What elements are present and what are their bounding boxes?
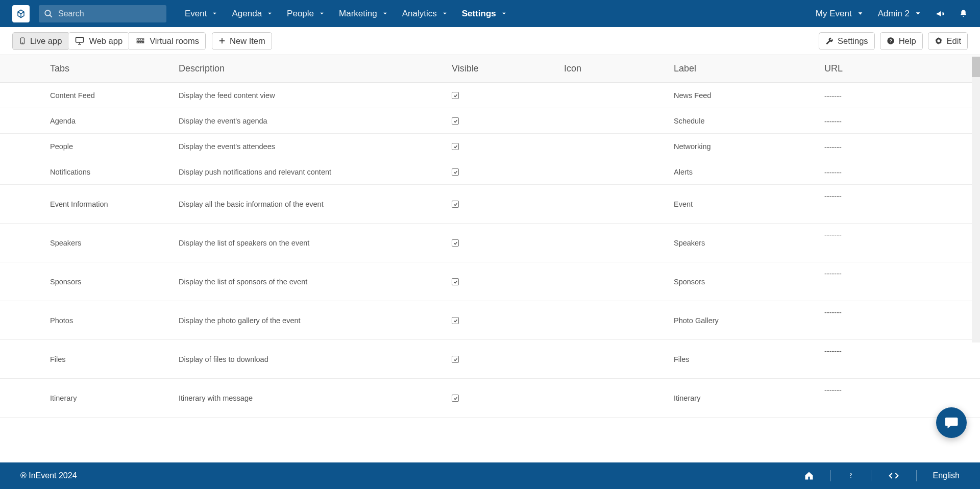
global-search[interactable] <box>39 5 166 22</box>
cell-visible <box>452 239 564 247</box>
nav-item-settings[interactable]: Settings <box>462 9 507 19</box>
cell-url: ------- <box>824 301 980 316</box>
nav-label: Agenda <box>232 9 262 19</box>
navbar-right: My Event Admin 2 <box>816 9 968 19</box>
nav-label: Settings <box>462 9 496 19</box>
svg-point-0 <box>45 10 51 16</box>
cell-label: News Feed <box>674 91 824 100</box>
cell-url: ------- <box>824 91 980 100</box>
visible-checkbox[interactable] <box>452 239 459 247</box>
user-menu[interactable]: Admin 2 <box>878 9 921 19</box>
cell-description: Display the feed content view <box>179 91 452 100</box>
scrollbar-thumb[interactable] <box>972 57 980 77</box>
view-tab-virtual-rooms[interactable]: Virtual rooms <box>129 32 206 50</box>
cell-description: Display all the basic information of the… <box>179 200 452 208</box>
footer: ® InEvent 2024 English <box>0 462 980 489</box>
app-logo[interactable] <box>12 5 30 22</box>
new-item-button[interactable]: New Item <box>212 32 272 50</box>
gear-icon <box>935 37 943 45</box>
visible-checkbox[interactable] <box>452 395 459 402</box>
visible-checkbox[interactable] <box>452 143 459 150</box>
announcements-button[interactable] <box>936 9 945 18</box>
visible-checkbox[interactable] <box>452 201 459 208</box>
cell-label: Alerts <box>674 168 824 176</box>
cell-label: Schedule <box>674 117 824 125</box>
cell-tab: Agenda <box>0 117 179 125</box>
help-icon[interactable] <box>847 470 854 481</box>
help-button[interactable]: ? Help <box>880 32 923 50</box>
edit-button[interactable]: Edit <box>928 32 968 50</box>
cell-tab: Files <box>0 355 179 363</box>
chevron-down-icon <box>857 10 864 17</box>
cell-label: Event <box>674 200 824 208</box>
home-icon[interactable] <box>804 471 814 481</box>
bullhorn-icon <box>936 9 945 18</box>
cell-tab: Content Feed <box>0 91 179 100</box>
settings-button[interactable]: Settings <box>819 32 875 50</box>
cell-label: Speakers <box>674 239 824 247</box>
scrollbar-track[interactable] <box>972 57 980 343</box>
chevron-down-icon <box>319 11 325 16</box>
toolbar-right: Settings ? Help Edit <box>819 32 968 50</box>
view-tab-web-app[interactable]: Web app <box>68 32 129 50</box>
separator <box>871 470 871 481</box>
cell-description: Display the list of sponsors of the even… <box>179 278 452 286</box>
chevron-down-icon <box>501 11 507 16</box>
page-toolbar: Live app Web app Virtual rooms New Item … <box>0 27 980 55</box>
chevron-down-icon <box>267 11 273 16</box>
view-tab-live-app[interactable]: Live app <box>12 32 68 50</box>
cell-tab: Notifications <box>0 168 179 176</box>
nav-item-event[interactable]: Event <box>185 9 217 19</box>
event-switcher[interactable]: My Event <box>816 9 864 19</box>
cell-url: ------- <box>824 379 980 394</box>
notifications-button[interactable] <box>959 9 968 18</box>
language-selector[interactable]: English <box>933 471 960 480</box>
visible-checkbox[interactable] <box>452 317 459 324</box>
cell-tab: Sponsors <box>0 278 179 286</box>
visible-checkbox[interactable] <box>452 168 459 176</box>
cell-visible <box>452 91 564 100</box>
edit-label: Edit <box>947 36 961 46</box>
chat-launcher[interactable] <box>936 407 967 438</box>
col-header-visible: Visible <box>452 63 564 74</box>
wrench-icon <box>825 37 834 45</box>
visible-checkbox[interactable] <box>452 356 459 363</box>
col-header-tabs: Tabs <box>0 63 179 74</box>
user-label: Admin 2 <box>878 9 910 19</box>
code-icon[interactable] <box>888 471 900 481</box>
table-row[interactable]: Content FeedDisplay the feed content vie… <box>0 83 980 108</box>
table-row[interactable]: SponsorsDisplay the list of sponsors of … <box>0 262 980 301</box>
table-row[interactable]: ItineraryItinerary with messageItinerary… <box>0 379 980 418</box>
cell-url: ------- <box>824 116 980 126</box>
event-switcher-label: My Event <box>816 9 852 19</box>
cell-url: ------- <box>824 167 980 177</box>
new-item-label: New Item <box>230 36 265 46</box>
visible-checkbox[interactable] <box>452 117 459 125</box>
nav-item-marketing[interactable]: Marketing <box>339 9 388 19</box>
table-row[interactable]: PhotosDisplay the photo gallery of the e… <box>0 301 980 340</box>
visible-checkbox[interactable] <box>452 278 459 285</box>
nav-label: Marketing <box>339 9 377 19</box>
nav-item-people[interactable]: People <box>287 9 325 19</box>
copyright: ® InEvent 2024 <box>20 471 77 480</box>
table-row[interactable]: SpeakersDisplay the list of speakers on … <box>0 224 980 262</box>
table-row[interactable]: Event InformationDisplay all the basic i… <box>0 185 980 224</box>
nav-item-agenda[interactable]: Agenda <box>232 9 273 19</box>
visible-checkbox[interactable] <box>452 92 459 99</box>
view-tab-group: Live app Web app Virtual rooms <box>12 32 206 50</box>
search-input[interactable] <box>58 9 161 18</box>
plus-icon <box>218 37 226 44</box>
separator <box>916 470 917 481</box>
mobile-icon <box>19 36 26 45</box>
settings-label: Settings <box>838 36 868 46</box>
svg-text:?: ? <box>889 38 892 43</box>
nav-item-analytics[interactable]: Analytics <box>402 9 448 19</box>
cell-url: ------- <box>824 185 980 200</box>
table-row[interactable]: FilesDisplay of files to downloadFiles--… <box>0 340 980 379</box>
cell-tab: Speakers <box>0 239 179 247</box>
cell-visible <box>452 355 564 363</box>
table-row[interactable]: AgendaDisplay the event's agendaSchedule… <box>0 108 980 134</box>
table-row[interactable]: PeopleDisplay the event's attendeesNetwo… <box>0 134 980 159</box>
table-row[interactable]: NotificationsDisplay push notifications … <box>0 159 980 185</box>
chevron-down-icon <box>212 11 217 16</box>
